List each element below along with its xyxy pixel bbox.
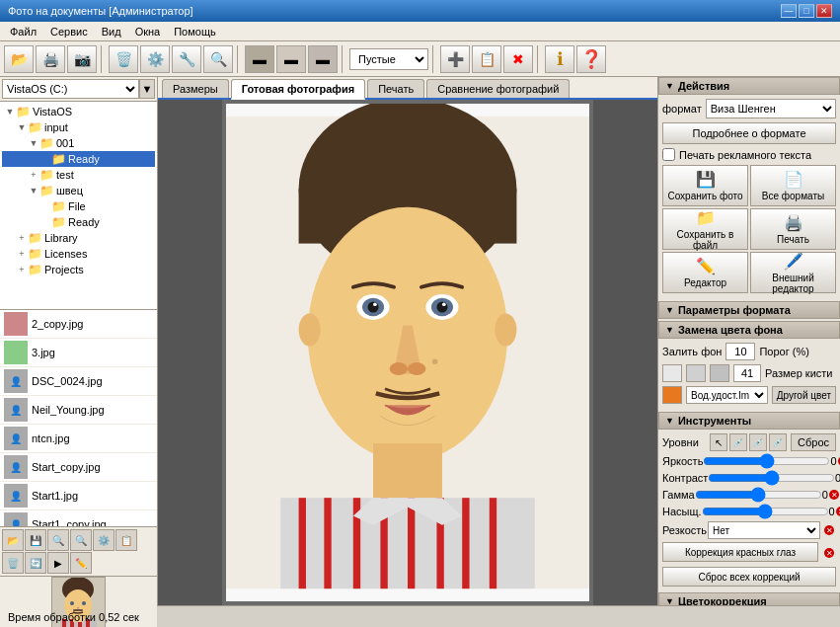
drive-arrow[interactable]: ▼ — [139, 79, 155, 99]
tool-btn-4[interactable]: 🔍 — [70, 529, 92, 551]
detail-button[interactable]: Подробнее о формате — [662, 122, 836, 144]
list-item[interactable]: 3.jpg — [0, 339, 157, 367]
gray-btn2[interactable]: ▬ — [276, 45, 306, 73]
color-swatch-3[interactable] — [710, 364, 729, 382]
other-color-button[interactable]: Другой цвет — [772, 386, 836, 404]
actions-header[interactable]: ▼ Действия — [658, 77, 840, 95]
tool-btn-1[interactable]: 📂 — [2, 529, 24, 551]
red-eye-button[interactable]: Коррекция красных глаз — [662, 542, 818, 562]
tab-print[interactable]: Печать — [367, 79, 424, 98]
list-item[interactable]: 👤 Neil_Young.jpg — [0, 396, 157, 425]
tool-btn-6[interactable]: 📋 — [115, 529, 137, 551]
save-file-button[interactable]: 📁 Сохранить в файл — [662, 208, 748, 250]
gamma-reset[interactable]: ✕ — [828, 488, 840, 502]
delete-button[interactable]: 🗑️ — [109, 45, 138, 73]
scan-button[interactable]: 🖨️ — [36, 45, 65, 73]
menu-file[interactable]: Файл — [4, 25, 42, 39]
open-button[interactable]: 📂 — [4, 45, 34, 73]
tree-item-shvec[interactable]: ▼ 📁 швец — [2, 183, 155, 198]
zoom-button[interactable]: 🔍 — [203, 45, 233, 73]
tab-sizes[interactable]: Размеры — [162, 79, 229, 98]
fill-input[interactable] — [725, 343, 755, 360]
ext-editor-button[interactable]: 🖊️ Внешний редактор — [750, 252, 836, 293]
menu-view[interactable]: Вид — [96, 25, 127, 39]
menu-service[interactable]: Сервис — [44, 25, 94, 39]
tool-btn-10[interactable]: ✏️ — [70, 552, 92, 574]
tool-btn-2[interactable]: 💾 — [25, 529, 46, 551]
eyedrop-dark-tool[interactable]: 💉 — [729, 433, 747, 451]
tool-btn-9[interactable]: ▶ — [47, 552, 69, 574]
tree-item-ready2[interactable]: 📁 Ready — [2, 214, 155, 230]
color-replace-header[interactable]: ▼ Замена цвета фона — [658, 321, 840, 339]
saturation-reset[interactable]: ✕ — [835, 505, 840, 518]
tool-btn-5[interactable]: ⚙️ — [93, 529, 115, 551]
color-dropdown[interactable]: Вод.удост.Im — [686, 386, 768, 404]
color-swatch-2[interactable] — [686, 364, 706, 382]
tab-ready-photo[interactable]: Готовая фотография — [231, 79, 365, 100]
brightness-slider[interactable] — [703, 454, 830, 468]
gamma-slider[interactable] — [695, 488, 822, 502]
format-select[interactable]: Виза Шенген — [706, 99, 836, 118]
color-correction-header[interactable]: ▼ Цветокоррекция — [658, 592, 840, 605]
tool-btn-8[interactable]: 🔄 — [25, 552, 46, 574]
template-dropdown[interactable]: Пустые — [349, 48, 428, 70]
list-item[interactable]: 👤 DSC_0024.jpg — [0, 367, 157, 396]
editor-button[interactable]: ✏️ Редактор — [662, 252, 748, 293]
menu-help[interactable]: Помощь — [168, 25, 222, 39]
sharpness-select[interactable]: Нет — [708, 521, 820, 539]
close-button[interactable]: ✕ — [816, 4, 832, 18]
svg-point-38 — [432, 358, 438, 364]
tree-item-library[interactable]: + 📁 Library — [2, 230, 155, 246]
info-button[interactable]: ℹ — [545, 45, 574, 73]
tools-header[interactable]: ▼ Инструменты — [658, 412, 840, 430]
tree-item-vistaos[interactable]: ▼ 📁 VistaOS — [2, 104, 155, 119]
tool-btn-7[interactable]: 🗑️ — [2, 552, 24, 574]
list-item[interactable]: 2_copy.jpg — [0, 310, 157, 339]
color-swatch-1[interactable] — [662, 364, 682, 382]
print-button[interactable]: 🖨️ Печать — [750, 208, 836, 250]
copy-button[interactable]: 📋 — [472, 45, 501, 73]
tree-item-001[interactable]: ▼ 📁 001 — [2, 135, 155, 151]
remove-button[interactable]: ✖ — [503, 45, 533, 73]
list-item[interactable]: 👤 Start1_copy.jpg — [0, 510, 157, 526]
add-button[interactable]: ➕ — [440, 45, 470, 73]
brush-size-input[interactable] — [733, 364, 761, 382]
cursor-tool[interactable]: ↖ — [710, 433, 727, 451]
brightness-reset[interactable]: ✕ — [837, 454, 840, 468]
list-item[interactable]: 👤 Start1.jpg — [0, 482, 157, 510]
minimize-button[interactable]: — — [781, 4, 797, 18]
settings-button[interactable]: ⚙️ — [140, 45, 170, 73]
gray-btn3[interactable]: ▬ — [308, 45, 338, 73]
saturation-slider[interactable] — [702, 505, 829, 518]
tree-item-projects[interactable]: + 📁 Projects — [2, 262, 155, 277]
sharpness-reset[interactable]: ✕ — [822, 523, 836, 537]
save-photo-button[interactable]: 💾 Сохранить фото — [662, 165, 748, 206]
maximize-button[interactable]: □ — [799, 4, 814, 18]
list-item[interactable]: 👤 Start_copy.jpg — [0, 453, 157, 482]
gray-btn[interactable]: ▬ — [245, 45, 274, 73]
help-button[interactable]: ❓ — [576, 45, 606, 73]
reset-button[interactable]: Сброс — [791, 433, 836, 451]
camera-button[interactable]: 📷 — [67, 45, 97, 73]
color-swatch-orange[interactable] — [662, 386, 682, 404]
tree-item-ready[interactable]: 📁 Ready — [2, 151, 155, 167]
eyedrop-mid-tool[interactable]: 💉 — [749, 433, 767, 451]
tree-item-test[interactable]: + 📁 test — [2, 167, 155, 183]
folder-icon: 📁 — [16, 105, 31, 118]
all-formats-button[interactable]: 📄 Все форматы — [750, 165, 836, 206]
tool-btn-3[interactable]: 🔍 — [47, 529, 69, 551]
tree-item-licenses[interactable]: + 📁 Licenses — [2, 246, 155, 262]
reset-all-button[interactable]: Сброс всех коррекций — [662, 567, 836, 587]
tab-compare[interactable]: Сравнение фотографий — [426, 79, 570, 98]
list-item[interactable]: 👤 ntcn.jpg — [0, 425, 157, 453]
tools-button[interactable]: 🔧 — [172, 45, 201, 73]
contrast-slider[interactable] — [708, 471, 835, 485]
format-params-header[interactable]: ▼ Параметры формата — [658, 301, 840, 319]
tree-item-file[interactable]: 📁 File — [2, 198, 155, 214]
eyedrop-light-tool[interactable]: 💉 — [769, 433, 787, 451]
drive-select[interactable]: VistaOS (C:) — [2, 79, 139, 99]
red-eye-reset[interactable]: ✕ — [822, 546, 836, 560]
tree-item-input[interactable]: ▼ 📁 input — [2, 119, 155, 135]
menu-windows[interactable]: Окна — [129, 25, 167, 39]
print-ad-checkbox[interactable] — [662, 148, 675, 161]
